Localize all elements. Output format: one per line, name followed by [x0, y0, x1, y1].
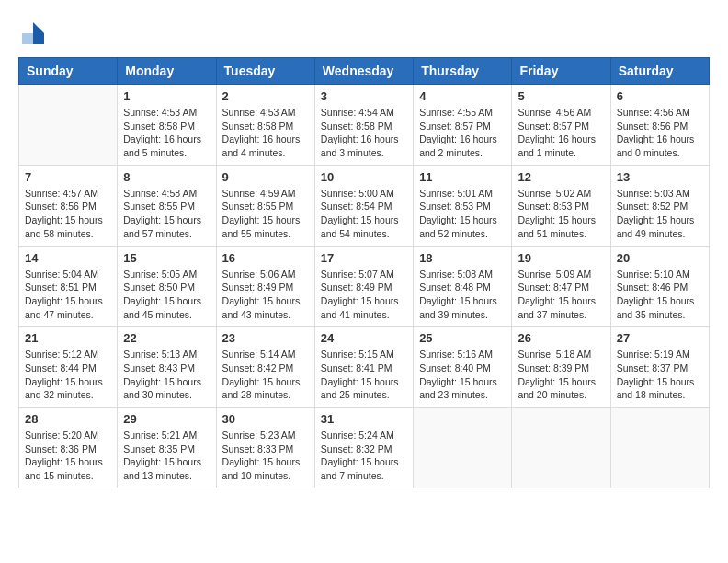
calendar-day-cell: 14Sunrise: 5:04 AMSunset: 8:51 PMDayligh… [19, 246, 118, 327]
day-info: Sunrise: 5:04 AMSunset: 8:51 PMDaylight:… [25, 268, 111, 322]
weekday-header: Sunday [19, 58, 118, 85]
calendar-day-cell: 26Sunrise: 5:18 AMSunset: 8:39 PMDayligh… [512, 327, 610, 408]
day-info: Sunrise: 4:59 AMSunset: 8:55 PMDaylight:… [222, 187, 309, 241]
day-info: Sunrise: 4:54 AMSunset: 8:58 PMDaylight:… [321, 106, 407, 160]
day-number: 29 [123, 412, 210, 426]
calendar-day-cell: 22Sunrise: 5:13 AMSunset: 8:43 PMDayligh… [118, 327, 216, 408]
calendar-day-cell [414, 408, 512, 488]
calendar-day-cell: 1Sunrise: 4:53 AMSunset: 8:58 PMDaylight… [118, 85, 216, 166]
page-container: SundayMondayTuesdayWednesdayThursdayFrid… [18, 18, 710, 488]
day-info: Sunrise: 4:55 AMSunset: 8:57 PMDaylight:… [419, 106, 506, 160]
calendar-day-cell: 5Sunrise: 4:56 AMSunset: 8:57 PMDaylight… [512, 85, 610, 166]
logo [18, 18, 51, 48]
day-number: 27 [617, 331, 703, 345]
day-number: 16 [222, 251, 309, 265]
day-number: 15 [123, 251, 210, 265]
day-number: 5 [518, 89, 604, 103]
day-number: 7 [25, 170, 111, 184]
day-info: Sunrise: 4:58 AMSunset: 8:55 PMDaylight:… [123, 187, 210, 241]
day-info: Sunrise: 4:53 AMSunset: 8:58 PMDaylight:… [123, 106, 210, 160]
calendar-day-cell: 21Sunrise: 5:12 AMSunset: 8:44 PMDayligh… [19, 327, 118, 408]
day-info: Sunrise: 5:24 AMSunset: 8:32 PMDaylight:… [321, 429, 407, 483]
calendar-day-cell: 2Sunrise: 4:53 AMSunset: 8:58 PMDaylight… [216, 85, 314, 166]
page-header [18, 18, 710, 48]
day-info: Sunrise: 4:56 AMSunset: 8:56 PMDaylight:… [617, 106, 703, 160]
svg-marker-1 [33, 33, 44, 44]
calendar-day-cell: 31Sunrise: 5:24 AMSunset: 8:32 PMDayligh… [314, 408, 413, 488]
day-number: 11 [419, 170, 506, 184]
day-number: 30 [222, 412, 309, 426]
calendar-header-row: SundayMondayTuesdayWednesdayThursdayFrid… [19, 58, 710, 85]
calendar-day-cell: 30Sunrise: 5:23 AMSunset: 8:33 PMDayligh… [216, 408, 314, 488]
weekday-header: Wednesday [314, 58, 413, 85]
calendar-day-cell: 13Sunrise: 5:03 AMSunset: 8:52 PMDayligh… [610, 165, 709, 246]
calendar-day-cell: 8Sunrise: 4:58 AMSunset: 8:55 PMDaylight… [118, 165, 216, 246]
day-info: Sunrise: 5:10 AMSunset: 8:46 PMDaylight:… [617, 268, 703, 322]
day-info: Sunrise: 5:06 AMSunset: 8:49 PMDaylight:… [222, 268, 309, 322]
day-info: Sunrise: 5:23 AMSunset: 8:33 PMDaylight:… [222, 429, 309, 483]
calendar-day-cell: 24Sunrise: 5:15 AMSunset: 8:41 PMDayligh… [314, 327, 413, 408]
calendar-day-cell [512, 408, 610, 488]
day-number: 3 [321, 89, 407, 103]
calendar-day-cell: 4Sunrise: 4:55 AMSunset: 8:57 PMDaylight… [414, 85, 512, 166]
day-info: Sunrise: 5:00 AMSunset: 8:54 PMDaylight:… [321, 187, 407, 241]
day-number: 25 [419, 331, 506, 345]
day-info: Sunrise: 5:01 AMSunset: 8:53 PMDaylight:… [419, 187, 506, 241]
day-number: 20 [617, 251, 703, 265]
weekday-header: Friday [512, 58, 610, 85]
weekday-header: Tuesday [216, 58, 314, 85]
calendar-day-cell: 19Sunrise: 5:09 AMSunset: 8:47 PMDayligh… [512, 246, 610, 327]
day-number: 17 [321, 251, 407, 265]
day-number: 26 [518, 331, 604, 345]
day-info: Sunrise: 5:07 AMSunset: 8:49 PMDaylight:… [321, 268, 407, 322]
day-number: 10 [321, 170, 407, 184]
day-info: Sunrise: 5:09 AMSunset: 8:47 PMDaylight:… [518, 268, 604, 322]
calendar-day-cell: 25Sunrise: 5:16 AMSunset: 8:40 PMDayligh… [414, 327, 512, 408]
day-number: 12 [518, 170, 604, 184]
calendar-day-cell: 3Sunrise: 4:54 AMSunset: 8:58 PMDaylight… [314, 85, 413, 166]
day-number: 31 [321, 412, 407, 426]
day-info: Sunrise: 4:57 AMSunset: 8:56 PMDaylight:… [25, 187, 111, 241]
day-info: Sunrise: 4:53 AMSunset: 8:58 PMDaylight:… [222, 106, 309, 160]
day-info: Sunrise: 5:08 AMSunset: 8:48 PMDaylight:… [419, 268, 506, 322]
day-number: 21 [25, 331, 111, 345]
calendar-day-cell: 29Sunrise: 5:21 AMSunset: 8:35 PMDayligh… [118, 408, 216, 488]
day-info: Sunrise: 5:20 AMSunset: 8:36 PMDaylight:… [25, 429, 111, 483]
calendar-day-cell: 20Sunrise: 5:10 AMSunset: 8:46 PMDayligh… [610, 246, 709, 327]
calendar-week-row: 1Sunrise: 4:53 AMSunset: 8:58 PMDaylight… [19, 85, 710, 166]
logo-icon [18, 18, 48, 48]
calendar-day-cell: 15Sunrise: 5:05 AMSunset: 8:50 PMDayligh… [118, 246, 216, 327]
calendar-day-cell: 11Sunrise: 5:01 AMSunset: 8:53 PMDayligh… [414, 165, 512, 246]
calendar-week-row: 28Sunrise: 5:20 AMSunset: 8:36 PMDayligh… [19, 408, 710, 488]
day-number: 13 [617, 170, 703, 184]
day-info: Sunrise: 5:21 AMSunset: 8:35 PMDaylight:… [123, 429, 210, 483]
calendar-day-cell: 16Sunrise: 5:06 AMSunset: 8:49 PMDayligh… [216, 246, 314, 327]
calendar-day-cell [610, 408, 709, 488]
day-info: Sunrise: 5:14 AMSunset: 8:42 PMDaylight:… [222, 348, 309, 402]
day-info: Sunrise: 5:02 AMSunset: 8:53 PMDaylight:… [518, 187, 604, 241]
day-number: 22 [123, 331, 210, 345]
calendar-week-row: 7Sunrise: 4:57 AMSunset: 8:56 PMDaylight… [19, 165, 710, 246]
calendar-day-cell: 7Sunrise: 4:57 AMSunset: 8:56 PMDaylight… [19, 165, 118, 246]
day-number: 2 [222, 89, 309, 103]
day-info: Sunrise: 5:15 AMSunset: 8:41 PMDaylight:… [321, 348, 407, 402]
day-info: Sunrise: 5:05 AMSunset: 8:50 PMDaylight:… [123, 268, 210, 322]
day-info: Sunrise: 5:16 AMSunset: 8:40 PMDaylight:… [419, 348, 506, 402]
day-number: 4 [419, 89, 506, 103]
svg-marker-0 [33, 22, 44, 33]
calendar-day-cell: 10Sunrise: 5:00 AMSunset: 8:54 PMDayligh… [314, 165, 413, 246]
calendar-day-cell: 18Sunrise: 5:08 AMSunset: 8:48 PMDayligh… [414, 246, 512, 327]
calendar-day-cell: 23Sunrise: 5:14 AMSunset: 8:42 PMDayligh… [216, 327, 314, 408]
calendar-day-cell: 17Sunrise: 5:07 AMSunset: 8:49 PMDayligh… [314, 246, 413, 327]
day-number: 24 [321, 331, 407, 345]
day-info: Sunrise: 5:18 AMSunset: 8:39 PMDaylight:… [518, 348, 604, 402]
day-number: 18 [419, 251, 506, 265]
day-info: Sunrise: 4:56 AMSunset: 8:57 PMDaylight:… [518, 106, 604, 160]
calendar-day-cell: 12Sunrise: 5:02 AMSunset: 8:53 PMDayligh… [512, 165, 610, 246]
day-number: 28 [25, 412, 111, 426]
weekday-header: Monday [118, 58, 216, 85]
day-number: 23 [222, 331, 309, 345]
calendar-day-cell: 27Sunrise: 5:19 AMSunset: 8:37 PMDayligh… [610, 327, 709, 408]
calendar-week-row: 14Sunrise: 5:04 AMSunset: 8:51 PMDayligh… [19, 246, 710, 327]
day-number: 1 [123, 89, 210, 103]
